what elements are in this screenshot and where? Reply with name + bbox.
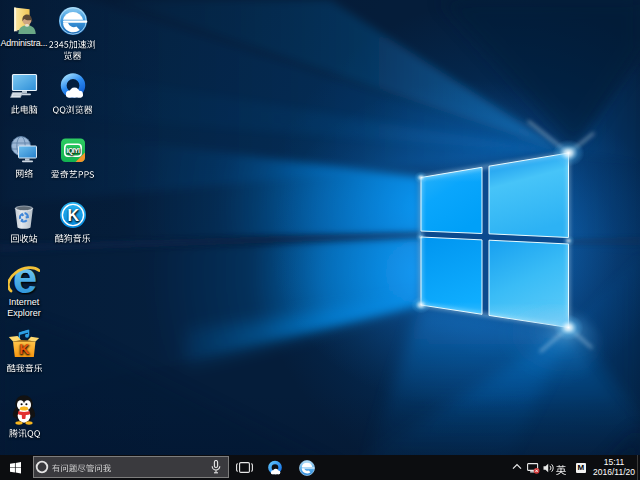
svg-text:K: K [67, 207, 79, 224]
svg-text:iQIYI: iQIYI [66, 147, 80, 155]
svg-text:K: K [19, 341, 29, 357]
